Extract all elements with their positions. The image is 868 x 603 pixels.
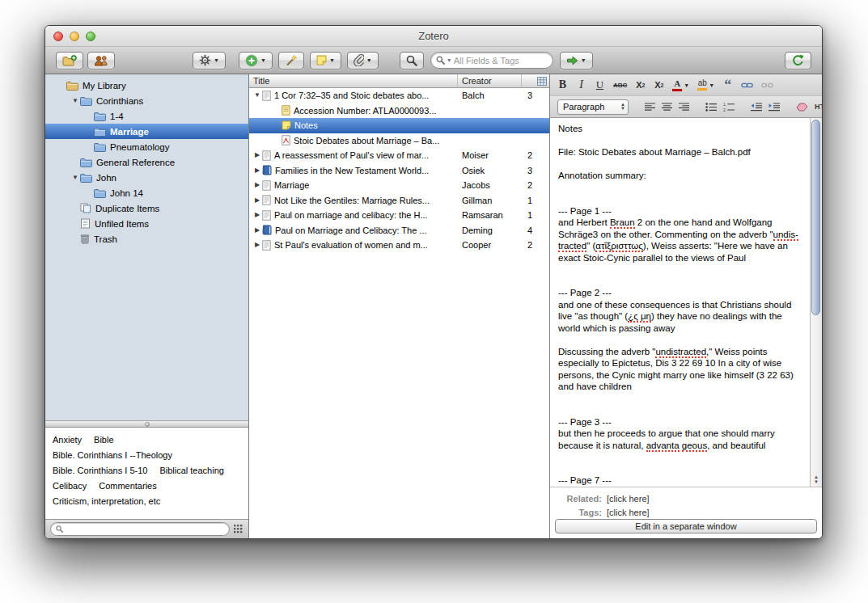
strikethrough-button[interactable]: ABC [613,77,627,93]
item-row-accession-number-atla0000093[interactable]: Accession Number: ATLA0000093... [249,103,549,119]
advanced-search-button[interactable] [400,52,424,70]
new-collection-button[interactable] [56,52,83,70]
search-scope-arrow-icon[interactable]: ▼ [447,57,452,63]
new-item-button[interactable]: ▼ [239,52,273,70]
collection-row-pneumatology[interactable]: Pneumatology [45,139,248,154]
item-row-paul-on-marriage-and-celibacy-the[interactable]: ▶Paul on Marriage and Celibacy: The ...D… [249,223,549,238]
collection-row-general-reference[interactable]: General Reference [45,154,248,170]
numbered-list-button[interactable]: 1.2. [723,99,735,115]
tag-anxiety[interactable]: Anxiety [53,432,82,448]
twisty-icon[interactable]: ▶ [252,197,262,204]
subscript-button[interactable]: X2 [635,77,646,93]
item-row-st-paul-s-evaluation-of-women-and-m[interactable]: ▶St Paul's evaluation of women and m...C… [249,238,549,253]
twisty-icon[interactable]: ▶ [252,242,262,248]
collection-row-trash[interactable]: Trash [45,231,248,247]
minimize-button[interactable] [70,32,79,41]
bullet-list-button[interactable] [705,99,717,115]
highlight-color-button[interactable]: ab ▼ [697,77,714,93]
collection-row-john-14[interactable]: John 14 [45,185,248,200]
scrollbar-thumb[interactable] [811,120,820,315]
collection-row-marriage[interactable]: Marriage [45,124,248,139]
tag-search-input[interactable] [66,525,224,533]
text-color-button[interactable]: A ▼ [672,77,689,93]
locate-button[interactable]: ▼ [560,52,593,70]
align-left-button[interactable] [645,99,655,115]
note-scrollbar[interactable]: ▲▼ [810,118,822,487]
actions-button[interactable]: ▼ [193,52,226,70]
item-row-notes[interactable]: Notes [249,118,549,133]
item-row-1-cor-7-32-35-and-stoic-debates-abo[interactable]: ▼1 Cor 7:32–35 and Stoic debates abo...B… [249,88,549,103]
blockquote-button[interactable]: “ [722,77,733,93]
twisty-icon[interactable]: ▶ [252,212,262,218]
item-row-not-like-the-gentiles-marriage-rules[interactable]: ▶Not Like the Gentiles: Marriage Rules..… [249,193,549,209]
scrollbar-arrows-icon[interactable]: ▲▼ [811,474,822,484]
item-row-families-in-the-new-testament-world[interactable]: ▶Families in the New Testament World...O… [249,163,549,179]
new-note-button[interactable]: ▼ [310,52,341,70]
pane-splitter[interactable] [45,420,248,428]
note-button-row: Edit in a separate window [550,519,822,538]
bold-button[interactable]: B [557,77,568,93]
edit-separate-window-button[interactable]: Edit in a separate window [555,519,817,533]
add-by-identifier-button[interactable] [278,52,304,70]
tag-commentaries[interactable]: Commentaries [99,479,157,494]
search-field[interactable]: ▼ [430,52,553,69]
indent-button[interactable] [768,99,780,115]
tag-biblical-teaching[interactable]: Biblical teaching [159,463,224,479]
collection-row-corinthians[interactable]: ▼Corinthians [45,93,248,108]
twisty-icon[interactable]: ▼ [252,92,262,99]
collection-row-my-library[interactable]: My Library [45,78,248,93]
item-row-marriage[interactable]: ▶MarriageJacobs2 [249,178,549,193]
twisty-icon[interactable]: ▼ [70,175,80,181]
item-row-paul-on-marriage-and-celibacy-the-h[interactable]: ▶Paul on marriage and celibacy: the H...… [249,208,549,223]
twisty-icon[interactable]: ▼ [70,98,80,104]
twisty-icon[interactable]: ▶ [252,227,262,234]
tag-bible-corinthians-i-5-10[interactable]: Bible. Corinthians I 5-10 [53,463,147,479]
note-paragraph: --- Page 2 --- [558,287,802,299]
window-controls [53,26,95,46]
align-center-button[interactable] [662,99,672,115]
italic-button[interactable]: I [576,77,586,93]
close-button[interactable] [53,32,63,41]
tag-celibacy[interactable]: Celibacy [53,479,87,494]
column-header-creator[interactable]: Creator [458,74,522,87]
html-source-button[interactable]: HTML [815,99,823,115]
new-attachment-button[interactable]: ▼ [347,52,379,70]
unlink-button[interactable] [761,77,773,93]
column-header-title[interactable]: Title [249,74,458,87]
insert-link-button[interactable] [741,77,753,93]
format-select[interactable]: Paragraph ▲▼ [557,99,629,115]
sync-button[interactable] [785,52,811,70]
tag-criticism-interpretation-etc[interactable]: Criticism, interpretation, etc [53,494,160,509]
align-right-button[interactable] [679,99,689,115]
twisty-icon[interactable]: ▶ [252,182,262,188]
collection-row-john[interactable]: ▼John [45,170,248,185]
outdent-button[interactable] [751,99,762,115]
item-row-a-reassessment-of-paul-s-view-of-mar[interactable]: ▶A reassessment of Paul's view of mar...… [249,148,549,163]
twisty-icon[interactable]: ▶ [252,167,262,174]
underline-button[interactable]: U [595,77,605,93]
tag-selector-options-button[interactable] [234,525,243,533]
superscript-button[interactable]: X2 [654,77,664,93]
zoom-button[interactable] [86,32,95,41]
collection-row-unfiled-items[interactable]: Unfiled Items [45,216,248,231]
twisty-icon[interactable]: ▶ [252,152,262,158]
item-row-stoic-debates-about-marriage-ba[interactable]: Stoic Debates about Marriage – Ba... [249,133,549,149]
new-group-button[interactable] [87,52,115,70]
tag-bible-corinthians-i-theology[interactable]: Bible. Corinthians I --Theology [53,448,172,463]
note-content[interactable]: Notes File: Stoic Debates about Marriage… [550,118,810,487]
collection-row-1-4[interactable]: 1-4 [45,108,248,124]
item-title-cell: ▶Families in the New Testament World... [249,165,458,175]
tag-bible[interactable]: Bible [94,432,113,448]
misspelled-word: geous [682,441,707,452]
column-picker-button[interactable] [522,74,549,87]
text-color-swatch [672,89,682,91]
folder-icon [94,188,106,198]
remove-format-button[interactable] [796,99,808,115]
titlebar[interactable]: Zotero [45,26,822,47]
tags-value[interactable]: [click here] [607,508,650,517]
search-input[interactable] [454,56,547,65]
collection-row-duplicate-items[interactable]: Duplicate Items [45,200,248,216]
tag-search-field[interactable] [50,522,230,536]
related-value[interactable]: [click here] [607,494,650,504]
new-item-plus-icon [245,54,258,67]
